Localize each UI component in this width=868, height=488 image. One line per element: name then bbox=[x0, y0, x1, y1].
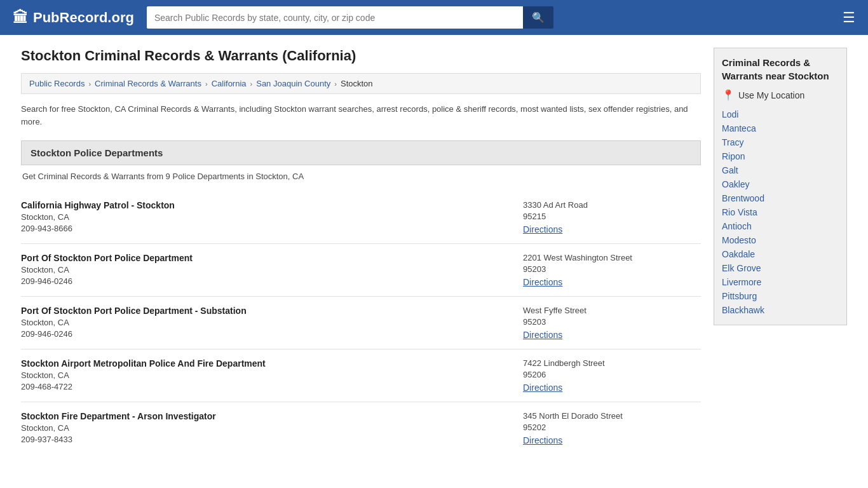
directions-link-0[interactable]: Directions bbox=[523, 224, 562, 234]
sidebar-city-link-14[interactable]: Blackhawk bbox=[722, 305, 764, 315]
use-location-label: Use My Location bbox=[738, 90, 804, 100]
directions-link-4[interactable]: Directions bbox=[523, 435, 562, 445]
table-row: Port Of Stockton Port Police Department … bbox=[21, 244, 701, 297]
sidebar-city-link-11[interactable]: Elk Grove bbox=[722, 263, 761, 273]
search-icon: 🔍 bbox=[532, 12, 545, 23]
sidebar-city-link-10[interactable]: Oakdale bbox=[722, 249, 755, 259]
entry-name-0: California Highway Patrol - Stockton bbox=[21, 200, 510, 210]
breadcrumb-sep-3: › bbox=[250, 80, 253, 88]
entry-zip-4: 95202 bbox=[523, 423, 701, 432]
sidebar: Criminal Records & Warrants near Stockto… bbox=[714, 48, 847, 454]
table-row: Stockton Fire Department - Arson Investi… bbox=[21, 402, 701, 454]
location-pin-icon: 📍 bbox=[722, 89, 735, 101]
sidebar-city-link-6[interactable]: Brentwood bbox=[722, 193, 764, 203]
entry-phone-2: 209-946-0246 bbox=[21, 329, 510, 339]
list-item: Oakdale bbox=[722, 247, 839, 261]
list-item: Rio Vista bbox=[722, 205, 839, 219]
entry-address-1: 2201 West Washington Street bbox=[523, 253, 701, 262]
directions-link-2[interactable]: Directions bbox=[523, 330, 562, 340]
entry-zip-0: 95215 bbox=[523, 212, 701, 221]
entry-address-0: 3330 Ad Art Road bbox=[523, 200, 701, 210]
entry-right-1: 2201 West Washington Street 95203 Direct… bbox=[523, 253, 701, 287]
sidebar-city-link-0[interactable]: Lodi bbox=[722, 109, 738, 119]
breadcrumb: Public Records › Criminal Records & Warr… bbox=[21, 73, 701, 94]
entry-zip-1: 95203 bbox=[523, 264, 701, 274]
content-area: Stockton Criminal Records & Warrants (Ca… bbox=[21, 48, 701, 454]
entry-name-4: Stockton Fire Department - Arson Investi… bbox=[21, 411, 510, 421]
table-row: Stockton Airport Metropolitan Police And… bbox=[21, 349, 701, 402]
entry-city-0: Stockton, CA bbox=[21, 212, 510, 222]
sidebar-city-link-1[interactable]: Manteca bbox=[722, 123, 756, 133]
directions-link-1[interactable]: Directions bbox=[523, 277, 562, 287]
breadcrumb-criminal-records[interactable]: Criminal Records & Warrants bbox=[95, 79, 201, 88]
breadcrumb-public-records[interactable]: Public Records bbox=[29, 79, 85, 88]
breadcrumb-stockton: Stockton bbox=[341, 79, 373, 88]
entry-phone-1: 209-946-0246 bbox=[21, 276, 510, 286]
entry-left-2: Port Of Stockton Port Police Department … bbox=[21, 306, 510, 340]
entry-phone-3: 209-468-4722 bbox=[21, 382, 510, 391]
entry-address-4: 345 North El Dorado Street bbox=[523, 411, 701, 421]
list-item: Tracy bbox=[722, 135, 839, 149]
list-item: Modesto bbox=[722, 233, 839, 247]
entry-name-1: Port Of Stockton Port Police Department bbox=[21, 253, 510, 263]
sidebar-city-link-13[interactable]: Pittsburg bbox=[722, 291, 757, 301]
entry-zip-3: 95206 bbox=[523, 370, 701, 379]
sidebar-city-link-12[interactable]: Livermore bbox=[722, 277, 761, 287]
list-item: Lodi bbox=[722, 107, 839, 121]
list-item: Elk Grove bbox=[722, 261, 839, 275]
list-item: Brentwood bbox=[722, 191, 839, 205]
section-header: Stockton Police Departments bbox=[21, 140, 701, 165]
list-item: Antioch bbox=[722, 219, 839, 233]
sidebar-city-link-3[interactable]: Ripon bbox=[722, 151, 745, 161]
directions-link-3[interactable]: Directions bbox=[523, 383, 562, 393]
list-item: Livermore bbox=[722, 275, 839, 289]
entry-left-4: Stockton Fire Department - Arson Investi… bbox=[21, 411, 510, 445]
sidebar-city-link-4[interactable]: Galt bbox=[722, 165, 738, 175]
entry-left-0: California Highway Patrol - Stockton Sto… bbox=[21, 200, 510, 234]
entry-phone-0: 209-943-8666 bbox=[21, 224, 510, 233]
search-button[interactable]: 🔍 bbox=[523, 6, 553, 29]
sidebar-city-link-8[interactable]: Antioch bbox=[722, 221, 752, 231]
entry-city-4: Stockton, CA bbox=[21, 423, 510, 433]
sidebar-box: Criminal Records & Warrants near Stockto… bbox=[714, 48, 847, 325]
main-container: Stockton Criminal Records & Warrants (Ca… bbox=[8, 35, 860, 467]
hamburger-menu-button[interactable]: ☰ bbox=[843, 10, 855, 26]
breadcrumb-california[interactable]: California bbox=[212, 79, 247, 88]
list-item: Ripon bbox=[722, 149, 839, 163]
use-location-button[interactable]: 📍 Use My Location bbox=[722, 89, 839, 101]
entry-city-2: Stockton, CA bbox=[21, 318, 510, 327]
entry-right-3: 7422 Lindbergh Street 95206 Directions bbox=[523, 358, 701, 393]
nearby-cities-list: LodiMantecaTracyRiponGaltOakleyBrentwood… bbox=[722, 107, 839, 317]
entry-left-3: Stockton Airport Metropolitan Police And… bbox=[21, 358, 510, 393]
entry-zip-2: 95203 bbox=[523, 317, 701, 327]
list-item: Pittsburg bbox=[722, 289, 839, 303]
breadcrumb-sep-2: › bbox=[205, 80, 208, 88]
list-item: Manteca bbox=[722, 121, 839, 135]
entry-city-1: Stockton, CA bbox=[21, 265, 510, 274]
logo-text: PubRecord.org bbox=[33, 10, 134, 26]
sidebar-city-link-7[interactable]: Rio Vista bbox=[722, 207, 757, 217]
entry-address-3: 7422 Lindbergh Street bbox=[523, 358, 701, 368]
breadcrumb-sep-4: › bbox=[334, 80, 337, 88]
entry-phone-4: 209-937-8433 bbox=[21, 435, 510, 444]
breadcrumb-san-joaquin[interactable]: San Joaquin County bbox=[256, 79, 330, 88]
hamburger-icon: ☰ bbox=[843, 10, 855, 25]
site-logo[interactable]: 🏛 PubRecord.org bbox=[13, 9, 134, 27]
section-description: Get Criminal Records & Warrants from 9 P… bbox=[21, 172, 701, 181]
entry-city-3: Stockton, CA bbox=[21, 370, 510, 380]
entry-name-3: Stockton Airport Metropolitan Police And… bbox=[21, 358, 510, 369]
entry-left-1: Port Of Stockton Port Police Department … bbox=[21, 253, 510, 287]
table-row: Port Of Stockton Port Police Department … bbox=[21, 297, 701, 349]
entry-right-0: 3330 Ad Art Road 95215 Directions bbox=[523, 200, 701, 234]
sidebar-city-link-2[interactable]: Tracy bbox=[722, 137, 743, 147]
sidebar-city-link-5[interactable]: Oakley bbox=[722, 179, 750, 189]
sidebar-city-link-9[interactable]: Modesto bbox=[722, 235, 756, 245]
list-item: Galt bbox=[722, 163, 839, 177]
breadcrumb-sep-1: › bbox=[88, 80, 91, 88]
search-bar: 🔍 bbox=[147, 6, 553, 29]
entry-right-4: 345 North El Dorado Street 95202 Directi… bbox=[523, 411, 701, 445]
page-description: Search for free Stockton, CA Criminal Re… bbox=[21, 103, 701, 128]
sidebar-title: Criminal Records & Warrants near Stockto… bbox=[722, 56, 839, 83]
search-input[interactable] bbox=[147, 6, 523, 29]
site-header: 🏛 PubRecord.org 🔍 ☰ bbox=[0, 0, 868, 35]
